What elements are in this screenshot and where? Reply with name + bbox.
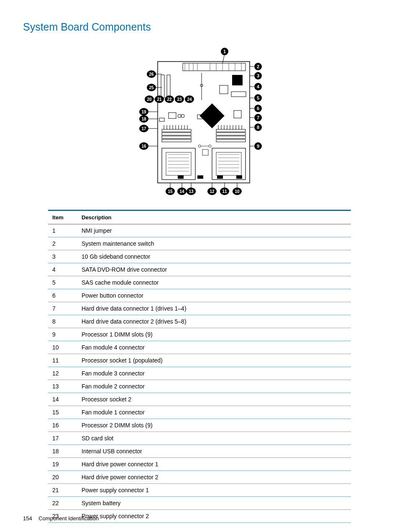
svg-rect-34 [216, 129, 246, 132]
svg-rect-20 [234, 111, 241, 118]
svg-rect-19 [200, 103, 224, 128]
callout-4: 4 [254, 83, 262, 90]
cell-item: 1 [48, 224, 77, 237]
cell-item: 20 [48, 471, 77, 484]
svg-rect-71 [236, 175, 242, 179]
callout-12: 12 [207, 188, 217, 195]
svg-rect-24 [162, 139, 191, 142]
svg-rect-66 [169, 113, 176, 118]
header-item: Item [48, 211, 77, 224]
cell-description: SD card slot [77, 432, 351, 445]
svg-rect-48 [166, 152, 191, 175]
svg-rect-22 [162, 133, 191, 135]
callout-3: 3 [254, 72, 262, 80]
callout-7: 7 [254, 114, 262, 121]
svg-text:26: 26 [149, 72, 154, 77]
callout-6: 6 [254, 105, 262, 112]
cell-description: Hard drive data connector 2 (drives 5–8) [77, 315, 351, 328]
svg-rect-14 [167, 75, 170, 98]
table-row: 2System maintenance switch [48, 237, 351, 250]
svg-rect-67 [159, 118, 164, 121]
table-row: 6Power button connector [48, 289, 351, 302]
table-row: 22System battery [48, 497, 351, 510]
svg-text:12: 12 [210, 189, 215, 194]
callout-10: 10 [233, 188, 242, 195]
cell-item: 8 [48, 315, 77, 328]
table-row: 13Fan module 2 connector [48, 380, 351, 393]
table-row: 20Hard drive power connector 2 [48, 471, 351, 484]
svg-rect-36 [216, 136, 246, 139]
callout-15: 15 [166, 188, 175, 195]
svg-point-65 [181, 114, 184, 118]
svg-point-64 [178, 114, 181, 118]
table-row: 1NMI jumper [48, 224, 351, 237]
svg-rect-37 [216, 139, 246, 142]
cell-description: SAS cache module connector [77, 276, 351, 289]
cell-item: 5 [48, 276, 77, 289]
cell-description: Power button connector [77, 289, 351, 302]
cell-description: SATA DVD-ROM drive connector [77, 263, 351, 276]
table-row: 8Hard drive data connector 2 (drives 5–8… [48, 315, 351, 328]
svg-rect-47 [162, 148, 195, 180]
callout-19: 19 [139, 108, 148, 116]
cell-description: Processor 2 DIMM slots (9) [77, 419, 351, 432]
callout-26: 26 [147, 70, 156, 78]
page-footer: 154 Component Identification [23, 515, 99, 522]
svg-text:15: 15 [168, 189, 173, 194]
svg-rect-13 [161, 75, 164, 98]
callout-18: 18 [139, 115, 148, 123]
svg-text:3: 3 [257, 73, 259, 78]
cell-item: 7 [48, 302, 77, 315]
svg-point-72 [198, 145, 201, 147]
svg-text:7: 7 [257, 115, 259, 120]
component-table: Item Description 1NMI jumper2System main… [48, 210, 351, 523]
callout-22: 22 [165, 95, 174, 103]
cell-item: 10 [48, 341, 77, 354]
svg-rect-55 [212, 148, 246, 180]
callout-25: 25 [147, 84, 156, 91]
system-board-diagram: 1 2 3 4 5 6 7 8 9 10 11 12 13 14 15 16 1… [23, 46, 376, 198]
section-label: Component Identification [38, 515, 99, 522]
callout-14: 14 [177, 188, 187, 195]
cell-description: Processor socket 1 (populated) [77, 354, 351, 367]
cell-item: 12 [48, 367, 77, 380]
svg-text:20: 20 [147, 97, 152, 102]
svg-rect-1 [183, 63, 246, 71]
callout-2: 2 [254, 63, 262, 70]
motherboard-diagram-svg: 1 2 3 4 5 6 7 8 9 10 11 12 13 14 15 16 1… [128, 46, 271, 196]
svg-text:19: 19 [141, 110, 146, 114]
cell-description: System battery [77, 497, 351, 510]
svg-text:5: 5 [257, 95, 259, 100]
cell-item: 2 [48, 237, 77, 250]
header-description: Description [77, 211, 351, 224]
table-header-row: Item Description [48, 211, 351, 224]
cell-item: 16 [48, 419, 77, 432]
table-row: 18Internal USB connector [48, 445, 351, 458]
cell-description: Fan module 4 connector [77, 341, 351, 354]
callout-11: 11 [220, 188, 229, 195]
svg-rect-68 [197, 175, 203, 179]
svg-text:22: 22 [167, 97, 172, 102]
cell-description: Internal USB connector [77, 445, 351, 458]
svg-text:9: 9 [257, 144, 259, 149]
callout-24: 24 [185, 95, 194, 103]
svg-rect-18 [231, 92, 246, 97]
table-row: 16Processor 2 DIMM slots (9) [48, 419, 351, 432]
cell-item: 6 [48, 289, 77, 302]
svg-rect-12 [232, 75, 243, 85]
callout-1: 1 [221, 48, 228, 55]
svg-rect-75 [202, 149, 208, 155]
cell-description: 10 Gb sideband connector [77, 250, 351, 263]
cell-item: 22 [48, 497, 77, 510]
cell-description: Fan module 1 connector [77, 406, 351, 419]
svg-point-73 [209, 145, 211, 147]
callout-5: 5 [254, 94, 262, 102]
callout-16: 16 [139, 142, 148, 150]
svg-text:13: 13 [189, 189, 194, 194]
svg-text:8: 8 [257, 125, 259, 130]
page-number: 154 [23, 515, 32, 522]
callout-21: 21 [155, 95, 164, 103]
svg-text:17: 17 [141, 126, 146, 131]
cell-description: Processor 1 DIMM slots (9) [77, 328, 351, 341]
cell-description: Processor socket 2 [77, 393, 351, 406]
